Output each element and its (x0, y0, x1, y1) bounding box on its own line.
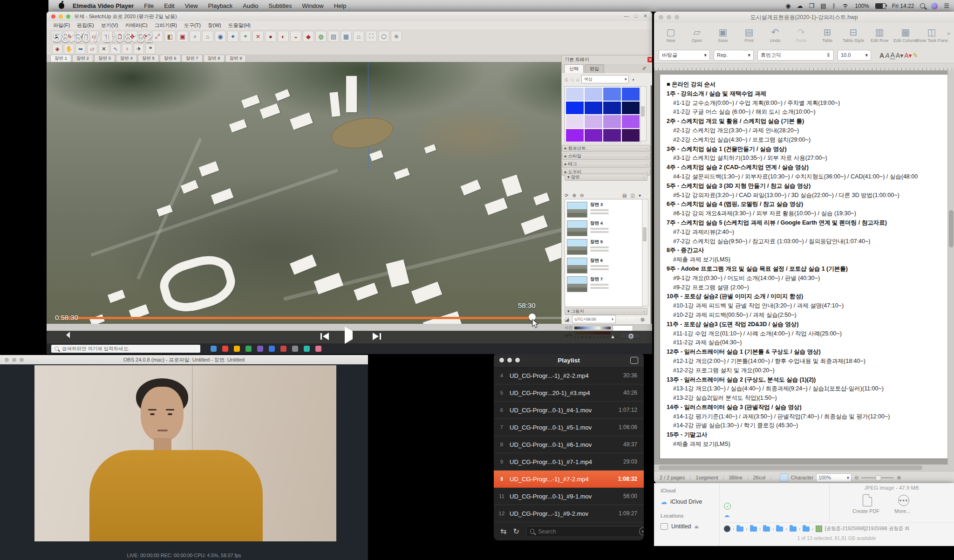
taskbar-search-box[interactable]: 검색하려면 여기에 입력하세요. (51, 345, 200, 353)
more-actions-icon[interactable]: ●●● (898, 495, 909, 506)
sidebar-item-icloud-drive[interactable]: ☁ iCloud Drive (661, 498, 702, 505)
playlist-item[interactable]: 7 UD_CG-Progr...0-1)_#5-1.mov 1:06:06 (494, 419, 644, 436)
folder-icon[interactable] (776, 526, 783, 532)
color-swatch[interactable] (603, 115, 621, 128)
taskbar-app-icon[interactable] (315, 346, 321, 352)
color-swatch[interactable] (603, 102, 621, 115)
timezone-dropdown[interactable]: UTC+09:00▾ (572, 315, 616, 323)
folder-icon[interactable] (736, 526, 743, 532)
menu-icon[interactable]: ▾ (639, 193, 641, 198)
paragraph-style-dropdown[interactable]: 바탕글▾ (659, 50, 710, 61)
seek-bar[interactable] (61, 317, 641, 319)
tool-icon[interactable]: ➥ (75, 44, 86, 54)
hwp-toolbar-button[interactable]: ▤ Print (737, 27, 761, 43)
tool-icon[interactable]: ◧ (164, 31, 176, 42)
taskbar-app-icon[interactable] (245, 346, 252, 352)
tool-icon[interactable]: ⎈ (391, 31, 402, 42)
taskbar-app-icon[interactable] (304, 346, 310, 352)
scene-list-item[interactable]: 장면 4 (565, 219, 642, 238)
scene-tab[interactable]: 장면 1 (50, 55, 71, 62)
tool-icon[interactable]: ✕ (252, 31, 264, 42)
scene-tab[interactable]: 장면 2 (72, 55, 93, 62)
hwp-toolbar-button[interactable]: ▱ Open (685, 27, 709, 43)
tool-icon[interactable]: ⤢ (152, 31, 163, 42)
scene-list-item[interactable]: 장면 7 (565, 275, 642, 294)
folder-icon[interactable] (790, 526, 797, 532)
hwp-toolbar-button[interactable]: ◫ Show Task Pane (920, 27, 944, 43)
playlist-item[interactable]: 11 UD_CG-Progr...0-1)_#9-1.mov 56:00 (494, 488, 644, 505)
taskbar-app-icon[interactable] (269, 346, 275, 352)
palette-scrollbar[interactable] (640, 86, 647, 141)
bookmark-icon[interactable]: ❒ (809, 3, 815, 9)
hwp-toolbar-button[interactable]: ▣ Save (711, 27, 735, 43)
playlist-item[interactable]: 4 UD_CG-Progr...-1)_#2-2.mp4 30:36 (494, 367, 644, 384)
tool-icon[interactable]: ◆ (303, 31, 314, 42)
siri-icon[interactable] (931, 3, 938, 9)
zoom-out-icon[interactable]: ⊖ (854, 475, 859, 481)
forward-arrow-icon[interactable]: ◇ (571, 77, 574, 82)
playlist-item[interactable]: 6 UD_CG-Progr...0-1)_#4-1.mov 1:07:12 (494, 402, 644, 419)
zoom-button[interactable] (66, 14, 70, 19)
folder-icon[interactable] (750, 526, 757, 532)
tool-icon[interactable]: ✕ (99, 44, 109, 54)
scene-list-item[interactable]: 장면 5 (565, 238, 642, 256)
taskbar-app-icon[interactable] (234, 346, 240, 352)
taskbar-app-icon[interactable] (257, 346, 263, 352)
menu-item[interactable]: Window (302, 2, 323, 9)
font-family-dropdown[interactable]: 휴먼고딕⇕ (757, 50, 834, 61)
next-button[interactable] (373, 333, 381, 340)
hwp-toolbar-button[interactable]: ⊟ Table Style (841, 27, 865, 43)
playlist-search-field[interactable]: ▾ (526, 526, 644, 537)
settings-gear-icon[interactable]: ⚙ (628, 332, 634, 341)
sketchup-menu-item[interactable]: 도움말(H) (228, 22, 251, 29)
tool-icon[interactable]: ▦ (341, 31, 352, 42)
volume-icon[interactable] (61, 333, 64, 341)
taskbar-app-icon[interactable] (292, 346, 298, 352)
horizontal-scrollbar[interactable] (654, 464, 954, 471)
eject-icon[interactable]: ⏏ (694, 524, 698, 529)
folder-icon[interactable] (763, 526, 770, 532)
sketchup-menu-item[interactable]: 창(W) (208, 22, 221, 29)
tool-icon[interactable]: ⛶ (366, 31, 377, 42)
spotlight-search-icon[interactable] (920, 3, 925, 8)
color-swatch[interactable] (566, 88, 584, 101)
apple-icon[interactable] (59, 3, 64, 9)
drive-icon[interactable] (724, 526, 730, 532)
tool-icon[interactable]: ✈ (134, 44, 144, 54)
bluetooth-icon[interactable]: ᛒ (832, 3, 836, 9)
scene-tab[interactable]: 장면 4 (116, 55, 137, 62)
menu-item[interactable]: File (144, 2, 154, 9)
tool-icon[interactable]: ▤ (328, 31, 339, 42)
tool-icon[interactable]: ◈ (52, 44, 62, 54)
sketchup-menu-item[interactable]: 도구(T) (184, 22, 201, 29)
battery-icon[interactable] (875, 3, 886, 9)
scene-list-item[interactable]: 장면 6 (565, 256, 642, 275)
underline-button[interactable]: A (890, 51, 894, 59)
taskbar-app-icon[interactable] (280, 346, 286, 352)
menu-item[interactable]: Audio (243, 2, 258, 9)
tool-icon[interactable]: ✦ (227, 31, 238, 42)
hwp-toolbar-button[interactable]: ↶ Undo (763, 27, 787, 43)
shadow-bulb-icon[interactable]: ◍ (641, 317, 645, 322)
menu-item[interactable]: Help (334, 2, 347, 9)
maximize-icon[interactable]: □ (634, 13, 638, 19)
previous-button[interactable] (320, 333, 329, 340)
tray-section-header[interactable]: ▸ 컴포넌트 ▫ (562, 145, 650, 152)
sidebar-item-untitled-disk[interactable]: Untitled ⏏ (661, 523, 702, 530)
scene-tab[interactable]: 장면 7 (182, 55, 203, 62)
color-swatch[interactable] (585, 129, 602, 142)
highlight-button[interactable]: ✎ (913, 52, 919, 59)
menu-item[interactable]: Playback (208, 2, 233, 9)
add-scene-icon[interactable]: ⊕ (572, 193, 576, 198)
color-swatch[interactable] (566, 129, 584, 142)
time-value-box[interactable] (613, 325, 633, 331)
tool-icon[interactable]: ● (265, 31, 276, 42)
section-options-icon[interactable]: ▫ (646, 146, 647, 151)
sketchup-menu-item[interactable]: 카메라(C) (125, 22, 147, 29)
active-app-name[interactable]: Elmedia Video Player (73, 2, 134, 9)
pip-icon[interactable] (630, 357, 638, 364)
wifi-icon[interactable] (842, 3, 849, 8)
scenes-section-header[interactable]: ▾ 장면 ▫ (565, 174, 647, 181)
paint-icon[interactable]: ◑ (631, 77, 634, 82)
sketchup-menu-item[interactable]: 보기(V) (101, 22, 118, 29)
